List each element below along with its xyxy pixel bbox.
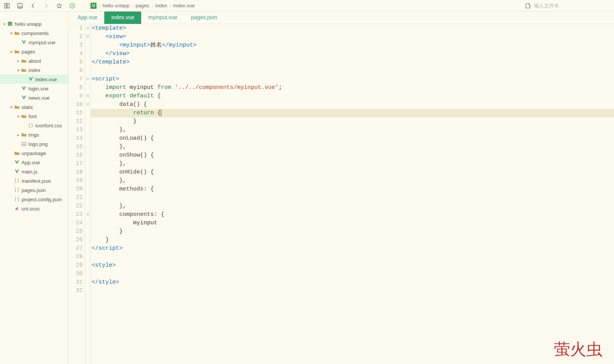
tree-item[interactable]: unpackage <box>0 149 68 158</box>
tree-item[interactable]: ▾font <box>0 112 68 121</box>
code-line[interactable]: }, <box>91 126 614 134</box>
tree-item-label: pages.json <box>22 187 46 193</box>
fold-marker <box>85 50 90 58</box>
star-icon[interactable] <box>55 2 63 10</box>
code-line[interactable]: myinput <box>91 219 614 227</box>
line-number: 5 <box>68 58 83 67</box>
code-line[interactable] <box>91 253 614 261</box>
tab[interactable]: index.vue <box>104 12 141 24</box>
code-line[interactable]: onHide() { <box>91 168 614 177</box>
chevron-right-icon[interactable]: ▸ <box>15 133 21 137</box>
save-icon[interactable] <box>16 2 24 10</box>
back-icon[interactable] <box>29 2 37 10</box>
line-number: 18 <box>68 168 83 177</box>
code-line[interactable]: onShow() { <box>91 151 614 160</box>
tab[interactable]: myinput.vue <box>141 12 184 24</box>
chevron-down-icon[interactable]: ▾ <box>8 105 14 109</box>
code-line[interactable]: <style> <box>91 261 614 270</box>
tab[interactable]: App.vue <box>71 12 104 24</box>
chevron-down-icon[interactable]: ▾ <box>8 50 14 54</box>
code-line[interactable]: </template> <box>91 58 614 67</box>
code-line[interactable]: data() { <box>91 100 614 109</box>
code-line[interactable]: import myinput from '../../components/my… <box>91 83 614 92</box>
tree-item[interactable]: ▾components <box>0 28 68 38</box>
code-line[interactable]: <view> <box>91 33 614 41</box>
tree-item[interactable]: uni.scss <box>0 204 68 213</box>
code-line[interactable]: } <box>91 227 614 236</box>
chevron-down-icon[interactable]: ▾ <box>8 31 14 35</box>
fold-marker[interactable]: ⊟ <box>85 210 90 219</box>
code-line[interactable]: <template> <box>91 24 614 33</box>
chevron-right-icon[interactable]: ▸ <box>15 59 21 63</box>
code-line[interactable]: }, <box>91 177 614 185</box>
tree-item[interactable]: main.js <box>0 167 68 176</box>
tree-item[interactable]: ▾index <box>0 65 68 75</box>
line-number: 15 <box>68 143 83 151</box>
code-line[interactable]: methods: { <box>91 185 614 194</box>
code-line[interactable]: onLoad() { <box>91 134 614 143</box>
tree-item[interactable]: ▸about <box>0 56 68 65</box>
text-cursor <box>161 109 161 116</box>
code-line[interactable]: <myinput>姓名</myinput> <box>91 41 614 50</box>
code-line[interactable]: </style> <box>91 278 614 287</box>
fold-marker[interactable]: ⊟ <box>85 75 90 83</box>
tree-item[interactable]: {}iconfont.css <box>0 121 68 130</box>
code-line[interactable]: </script> <box>91 244 614 253</box>
project-icon: U <box>90 3 97 9</box>
code-line[interactable]: }, <box>91 160 614 168</box>
code-line[interactable]: <script> <box>91 75 614 83</box>
breadcrumb-item[interactable]: hello uniapp <box>103 3 130 8</box>
chevron-right-icon: › <box>152 3 153 8</box>
fold-marker[interactable]: ⊟ <box>85 24 90 33</box>
code-line[interactable] <box>91 67 614 75</box>
folder-icon <box>14 48 20 55</box>
tree-item[interactable]: []pages.json <box>0 185 68 195</box>
code-line[interactable] <box>91 194 614 202</box>
code-line[interactable]: return { <box>91 109 614 117</box>
tree-item[interactable]: ▾static <box>0 102 68 112</box>
code-line[interactable]: }, <box>91 202 614 210</box>
line-number: 30 <box>68 270 83 278</box>
code-editor[interactable]: 1234567891011121314151617181920212223242… <box>68 24 614 364</box>
fold-marker[interactable]: ⊟ <box>85 100 90 109</box>
tree-item-label: hello uniapp <box>15 21 42 27</box>
fold-gutter[interactable]: ⊟⊟⊟⊟⊟⊟ <box>85 24 91 364</box>
new-file-icon[interactable] <box>524 2 532 10</box>
chevron-down-icon[interactable]: ▾ <box>15 114 21 119</box>
code-line[interactable]: } <box>91 236 614 244</box>
code-line[interactable]: components: { <box>91 210 614 219</box>
tree-item-label: about <box>28 58 41 64</box>
code-line[interactable]: export default { <box>91 92 614 100</box>
code-line[interactable] <box>91 287 614 295</box>
tree-item[interactable]: index.vue <box>0 75 68 84</box>
fold-marker[interactable]: ⊟ <box>85 92 90 100</box>
fold-marker[interactable]: ⊟ <box>85 33 90 41</box>
tree-item[interactable]: ▸imgs <box>0 130 68 139</box>
code-line[interactable]: } <box>91 117 614 126</box>
run-icon[interactable] <box>68 2 76 10</box>
tree-item[interactable]: ▾Uhello uniapp <box>0 19 68 28</box>
breadcrumb-item[interactable]: index.vue <box>173 3 195 8</box>
breadcrumb-item[interactable]: pages <box>135 3 149 8</box>
code-line[interactable]: </view> <box>91 50 614 58</box>
tree-item[interactable]: App.vue <box>0 158 68 167</box>
collapse-panel-icon[interactable] <box>3 2 11 10</box>
tree-item[interactable]: logo.png <box>0 139 68 149</box>
file-tree[interactable]: ▾Uhello uniapp▾componentsmyinput.vue▾pag… <box>0 12 68 364</box>
code-content[interactable]: <template> <view> <myinput>姓名</myinput> … <box>91 24 614 364</box>
tab[interactable]: pages.json <box>184 12 224 24</box>
tree-item[interactable]: []project.config.json <box>0 195 68 204</box>
tree-item[interactable]: ▾pages <box>0 47 68 56</box>
forward-icon[interactable] <box>42 2 50 10</box>
brackets-icon: [] <box>14 196 20 202</box>
tree-item[interactable]: news.vue <box>0 93 68 102</box>
breadcrumb-item[interactable]: index <box>155 3 167 8</box>
code-line[interactable] <box>91 270 614 278</box>
chevron-down-icon[interactable]: ▾ <box>2 22 7 26</box>
chevron-down-icon[interactable]: ▾ <box>15 68 21 72</box>
code-line[interactable]: }, <box>91 143 614 151</box>
tree-item[interactable]: []manifest.json <box>0 176 68 185</box>
tree-item[interactable]: login.vue <box>0 84 68 93</box>
file-search-input[interactable] <box>534 3 611 8</box>
tree-item[interactable]: myinput.vue <box>0 38 68 47</box>
